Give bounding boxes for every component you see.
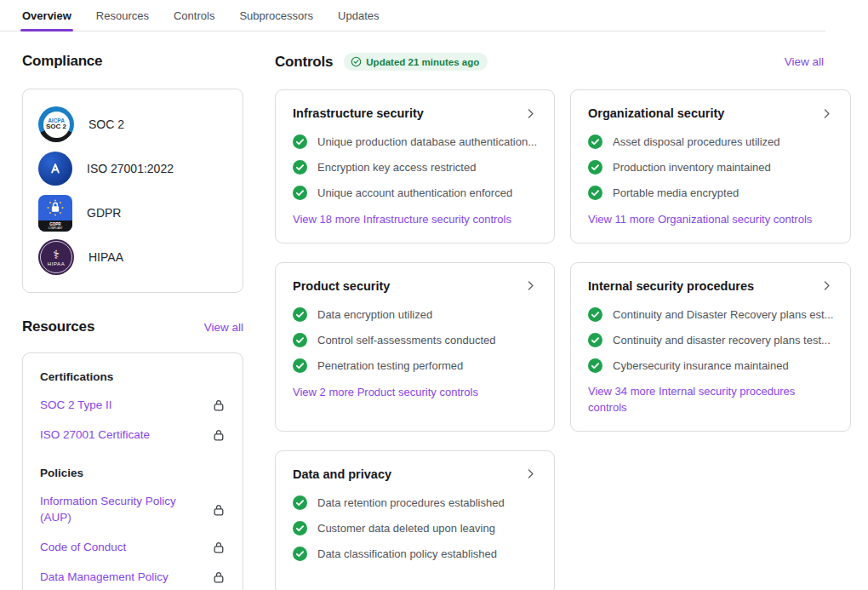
resource-link[interactable]: ISO 27001 Certificate — [40, 427, 150, 443]
gdpr-badge-icon: GDPR COMPLIANT — [38, 195, 72, 232]
resource-link[interactable]: SOC 2 Type II — [40, 398, 112, 413]
tab-controls[interactable]: Controls — [174, 9, 214, 31]
controls-section: Controls Updated 21 minutes ago View all… — [275, 42, 824, 590]
control-item: Data retention procedures established — [293, 495, 537, 510]
check-circle-icon — [293, 547, 307, 561]
view-more-link[interactable]: View 34 more Internal security procedure… — [588, 384, 833, 416]
resources-header: Resources View all — [22, 318, 243, 335]
check-circle-icon — [293, 135, 307, 149]
hipaa-badge-line1: HIPAA — [48, 261, 66, 266]
card-header[interactable]: Product security — [293, 279, 537, 293]
tab-resources[interactable]: Resources — [96, 9, 149, 31]
check-circle-icon — [588, 135, 602, 149]
control-card-internal-security-procedures: Internal security procedures Continuity … — [570, 262, 851, 432]
compliance-card: AICPA SOC 2 SOC 2 ISO 27001:2022 — [22, 89, 243, 293]
check-circle-outline-icon — [351, 56, 362, 67]
chevron-right-icon[interactable] — [524, 279, 537, 292]
control-item: Penetration testing performed — [293, 358, 537, 373]
control-item: Continuity and Disaster Recovery plans e… — [588, 307, 833, 322]
control-item-label: Data encryption utilized — [317, 308, 432, 321]
resources-card: Certifications SOC 2 Type II ISO 27001 C… — [22, 352, 243, 590]
chevron-right-icon[interactable] — [820, 107, 833, 120]
lock-icon — [212, 570, 226, 584]
control-item-label: Portable media encrypted — [613, 186, 739, 199]
check-circle-icon — [293, 186, 307, 200]
control-item-label: Production inventory maintained — [613, 161, 771, 174]
chevron-right-icon[interactable] — [820, 279, 833, 292]
control-item-label: Asset disposal procedures utilized — [613, 135, 780, 148]
resource-row-iso-cert: ISO 27001 Certificate — [40, 427, 226, 443]
check-circle-icon — [588, 186, 602, 200]
chevron-right-icon[interactable] — [524, 467, 537, 480]
control-item-label: Unique account authentication enforced — [317, 186, 512, 199]
control-item: Continuity and disaster recovery plans t… — [588, 333, 833, 347]
control-item: Unique production database authenticatio… — [293, 135, 537, 149]
certifications-heading: Certifications — [40, 370, 226, 383]
tab-overview[interactable]: Overview — [22, 9, 71, 31]
resource-row-infosec-policy: Information Security Policy (AUP) — [40, 494, 226, 524]
gdpr-badge-line2: COMPLIANT — [49, 226, 63, 230]
view-more-link[interactable]: View 11 more Organizational security con… — [588, 212, 812, 228]
control-item-label: Encryption key access restricted — [317, 161, 476, 174]
top-nav: Overview Resources Controls Subprocessor… — [0, 0, 825, 32]
view-more-link[interactable]: View 2 more Product security controls — [293, 385, 478, 401]
controls-header: Controls Updated 21 minutes ago View all — [275, 53, 824, 71]
lock-icon — [212, 428, 226, 442]
resource-link[interactable]: Code of Conduct — [40, 540, 126, 555]
compliance-label: HIPAA — [89, 250, 123, 264]
control-card-infrastructure-security: Infrastructure security Unique productio… — [275, 89, 555, 243]
resource-row-data-mgmt-policy: Data Management Policy — [40, 570, 226, 585]
chevron-right-icon[interactable] — [524, 107, 537, 120]
caduceus-icon: ⚕ — [53, 249, 60, 261]
control-item: Asset disposal procedures utilized — [588, 135, 833, 149]
card-header[interactable]: Organizational security — [588, 106, 833, 120]
resource-link[interactable]: Data Management Policy — [40, 570, 168, 585]
updated-badge-label: Updated 21 minutes ago — [366, 57, 479, 67]
control-item: Encryption key access restricted — [293, 160, 537, 175]
control-item: Cybersecurity insurance maintained — [588, 358, 833, 373]
compliance-item-hipaa: ⚕ HIPAA HIPAA — [38, 235, 227, 279]
compliance-item-iso27001: ISO 27001:2022 — [38, 146, 227, 191]
controls-view-all-link[interactable]: View all — [785, 55, 824, 68]
card-header[interactable]: Data and privacy — [293, 467, 537, 481]
check-circle-icon — [588, 160, 602, 175]
compliance-label: SOC 2 — [89, 117, 124, 131]
resources-view-all-link[interactable]: View all — [204, 321, 243, 334]
card-title: Data and privacy — [293, 467, 391, 481]
resource-link[interactable]: Information Security Policy (AUP) — [40, 494, 210, 524]
updated-status-badge: Updated 21 minutes ago — [344, 53, 488, 71]
lock-icon — [212, 541, 226, 554]
control-item-label: Data retention procedures established — [317, 496, 505, 509]
tab-subprocessors[interactable]: Subprocessors — [239, 9, 313, 31]
check-circle-icon — [293, 495, 307, 510]
check-circle-icon — [293, 358, 307, 373]
check-circle-icon — [588, 333, 602, 347]
control-item-label: Control self-assessments conducted — [317, 334, 496, 347]
control-item: Data classification policy established — [293, 547, 537, 561]
control-item: Control self-assessments conducted — [293, 333, 537, 347]
resource-row-soc2-type2: SOC 2 Type II — [40, 398, 226, 413]
control-item-label: Penetration testing performed — [317, 359, 463, 372]
check-circle-icon — [293, 307, 307, 322]
soc2-badge-line2: SOC 2 — [46, 123, 66, 131]
control-item-label: Continuity and Disaster Recovery plans e… — [613, 308, 833, 321]
control-item: Data encryption utilized — [293, 307, 537, 322]
lock-icon — [212, 503, 226, 517]
control-card-organizational-security: Organizational security Asset disposal p… — [570, 89, 851, 243]
compliance-title: Compliance — [22, 53, 243, 70]
main-content: Compliance AICPA SOC 2 SOC 2 — [0, 32, 868, 590]
view-more-link[interactable]: View 18 more Infrastructure security con… — [293, 212, 511, 228]
control-item: Portable media encrypted — [588, 186, 833, 200]
control-item: Customer data deleted upon leaving — [293, 521, 537, 536]
card-header[interactable]: Internal security procedures — [588, 279, 833, 293]
card-header[interactable]: Infrastructure security — [293, 106, 537, 120]
compliance-item-gdpr: GDPR COMPLIANT GDPR — [38, 191, 227, 235]
check-circle-icon — [293, 160, 307, 175]
resources-title: Resources — [22, 318, 94, 335]
control-item-label: Data classification policy established — [317, 547, 497, 560]
aicpa-soc2-badge-icon: AICPA SOC 2 — [38, 106, 74, 142]
tab-updates[interactable]: Updates — [338, 9, 379, 31]
compliance-label: ISO 27001:2022 — [87, 162, 174, 175]
card-title: Internal security procedures — [588, 279, 754, 293]
control-item: Production inventory maintained — [588, 160, 833, 175]
